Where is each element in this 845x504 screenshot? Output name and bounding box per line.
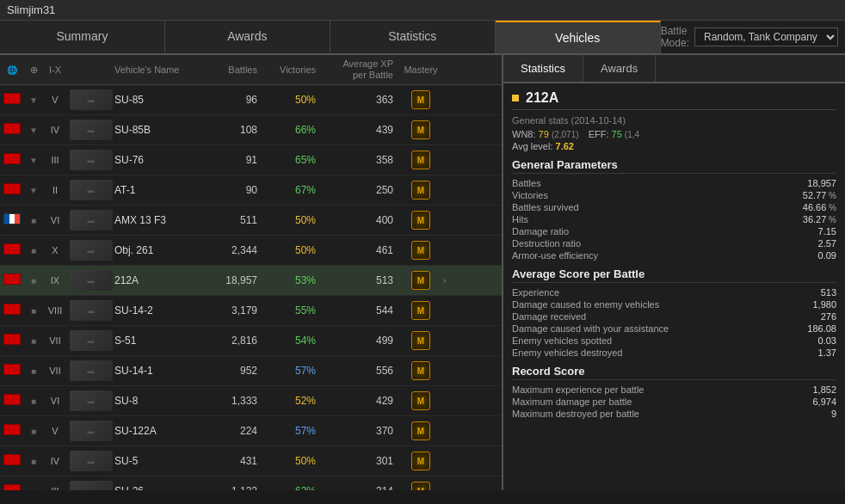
table-row[interactable]: ■ III ▬ SU-26 1,132 63% 314 M [0, 476, 502, 490]
table-row[interactable]: ■ V ▬ SU-122A 224 57% 370 M [0, 416, 502, 446]
tab-awards[interactable]: Awards [165, 21, 330, 53]
col-tier: X [43, 245, 67, 255]
table-row[interactable]: ■ VII ▬ S-51 2,816 54% 499 M [0, 326, 502, 356]
stat-value: 1,980 [785, 299, 836, 310]
stat-row: Maximum damage per battle 6,974 [512, 396, 836, 407]
col-sort: ■ [24, 366, 43, 376]
record-stats-list: Maximum experience per battle 1,852 Maxi… [512, 384, 836, 419]
col-avgxp: 513 [321, 274, 398, 286]
mastery-badge: M [411, 482, 430, 490]
col-flag [0, 243, 24, 257]
col-tier: V [43, 426, 67, 436]
flag-icon [3, 364, 21, 375]
stat-value: 36.27 % [785, 214, 836, 224]
selected-tank-name: 212A [526, 90, 558, 106]
col-tier: IV [43, 125, 67, 135]
col-avgxp: 400 [321, 214, 398, 226]
stat-value: 0.03 [785, 335, 836, 346]
battle-mode-select[interactable]: Random, Tank Company [694, 28, 838, 46]
stat-value: 276 [785, 311, 836, 322]
col-tank-name: Obj. 261 [114, 244, 209, 256]
col-mastery: M [398, 452, 443, 470]
col-battles: 431 [209, 455, 262, 467]
general-parameters-title: General Parameters [512, 158, 836, 174]
table-row[interactable]: ■ X ▬ Obj. 261 2,344 50% 461 M [0, 236, 502, 266]
col-avgxp: 301 [321, 455, 398, 467]
col-victories: 52% [262, 395, 321, 407]
mastery-badge: M [411, 181, 430, 200]
col-tank-img: ▬ [67, 418, 114, 444]
col-tier: V [43, 95, 67, 105]
eff-value: 75 [612, 129, 622, 139]
stat-row: Enemy vehicles destroyed 1.37 [512, 347, 836, 358]
tab-summary[interactable]: Summary [0, 21, 165, 53]
stat-row: Hits 36.27 % [512, 214, 836, 224]
mastery-badge: M [411, 452, 430, 470]
stat-row: Battles 18,957 [512, 178, 836, 188]
col-mastery: M [398, 482, 443, 490]
col-tank-name: SU-26 [114, 485, 209, 490]
flag-icon [3, 334, 21, 345]
stat-row: Damage ratio 7.15 [512, 226, 836, 237]
flag-icon [3, 183, 21, 194]
col-battles: 2,344 [209, 244, 262, 256]
col-mastery: M [398, 421, 443, 440]
table-row[interactable]: ▼ IV ▬ SU-85B 108 66% 439 M [0, 115, 502, 145]
mastery-badge: M [411, 90, 430, 109]
col-battles: 91 [209, 154, 262, 166]
tank-silhouette: ▬ [70, 421, 113, 441]
col-header-name: Vehicle's Name [114, 65, 209, 75]
table-row[interactable]: ▼ II ▬ AT-1 90 67% 250 M [0, 175, 502, 206]
tab-vehicles[interactable]: Vehicles [496, 21, 661, 53]
col-avgxp: 363 [321, 94, 398, 106]
tab-statistics[interactable]: Statistics [330, 21, 496, 53]
col-flag [0, 274, 24, 287]
table-row[interactable]: ■ VI ▬ SU-8 1,333 52% 429 M [0, 386, 502, 416]
stat-row: Experience 513 [512, 287, 836, 298]
table-row[interactable]: ■ VII ▬ SU-14-1 952 57% 556 M [0, 356, 502, 386]
stat-value: 18,957 [785, 178, 836, 188]
col-victories: 50% [262, 214, 321, 226]
stat-row: Damage caused with your assistance 186.0… [512, 323, 836, 334]
col-tank-name: SU-14-1 [114, 365, 209, 377]
vehicles-table-panel: 🌐 ⊕ I-X Vehicle's Name Battles Victories… [0, 55, 503, 490]
wn8-label: WN8: [512, 129, 536, 139]
flag-icon [3, 123, 21, 134]
table-row[interactable]: ■ VI ▬ AMX 13 F3 511 50% 400 M [0, 206, 502, 236]
col-header-battles: Battles [209, 65, 262, 75]
table-row[interactable]: ■ IV ▬ SU-5 431 50% 301 M [0, 446, 502, 476]
col-battles: 90 [209, 184, 262, 196]
table-row[interactable]: ▼ V ▬ SU-85 96 50% 363 M [0, 85, 502, 115]
tank-silhouette: ▬ [70, 210, 113, 230]
col-avgxp: 250 [321, 184, 398, 196]
col-battles: 1,132 [209, 485, 262, 490]
stat-label: Damage received [512, 311, 586, 322]
flag-icon [3, 213, 21, 224]
table-row[interactable]: ■ IX ▬ 212A 18,957 53% 513 M › [0, 266, 502, 296]
stat-label: Maximum experience per battle [512, 384, 644, 395]
tab-right-statistics[interactable]: Statistics [503, 55, 583, 82]
col-tank-img: ▬ [67, 117, 114, 143]
wn8-value: 79 [539, 129, 549, 139]
col-victories: 66% [262, 124, 321, 136]
battle-mode-label: Battle Mode: [661, 25, 689, 49]
col-avgxp: 461 [321, 244, 398, 256]
tank-silhouette: ▬ [70, 180, 113, 200]
flag-icon [3, 153, 21, 164]
top-nav: Summary Awards Statistics Vehicles Battl… [0, 21, 845, 55]
tank-silhouette: ▬ [70, 89, 113, 110]
col-victories: 50% [262, 94, 321, 106]
tank-silhouette: ▬ [70, 240, 113, 261]
stat-row: Damage received 276 [512, 311, 836, 322]
col-tank-name: AT-1 [114, 184, 209, 196]
tank-silhouette: ▬ [70, 481, 113, 490]
table-row[interactable]: ▼ III ▬ SU-76 91 65% 358 M [0, 145, 502, 175]
tab-right-awards[interactable]: Awards [583, 55, 656, 82]
table-row[interactable]: ■ VIII ▬ SU-14-2 3,179 55% 544 M [0, 296, 502, 326]
col-tank-name: SU-8 [114, 395, 209, 407]
stat-row: Victories 52.77 % [512, 190, 836, 200]
main-layout: 🌐 ⊕ I-X Vehicle's Name Battles Victories… [0, 55, 845, 490]
stat-label: Damage caused with your assistance [512, 323, 669, 334]
tank-silhouette: ▬ [70, 270, 113, 291]
col-flag [0, 183, 24, 197]
